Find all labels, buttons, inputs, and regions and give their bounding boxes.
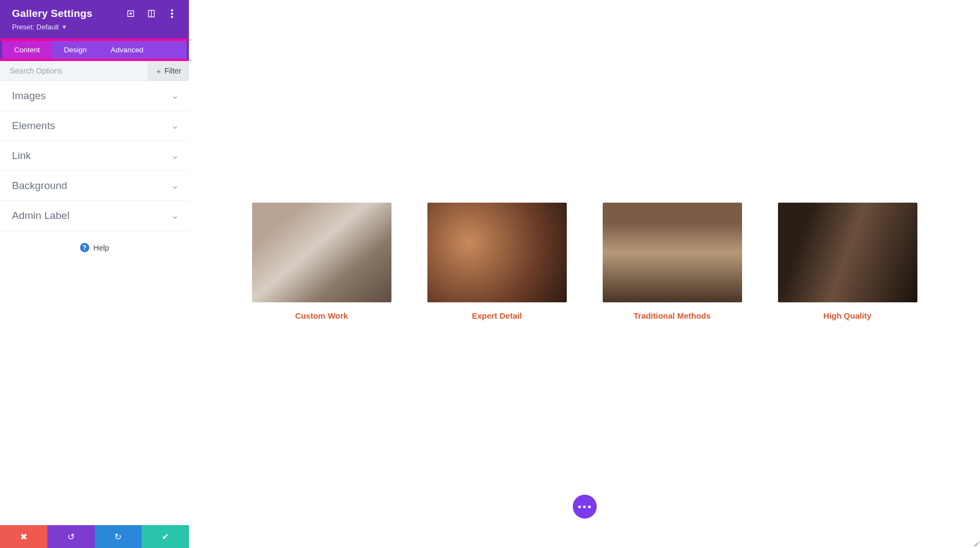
tabs-highlight-wrapper: Content Design Advanced: [0, 39, 189, 61]
section-label: Link: [12, 150, 31, 162]
gallery-image[interactable]: [427, 203, 567, 302]
preset-label: Preset: Default: [12, 23, 59, 31]
gallery-caption: Traditional Methods: [634, 311, 711, 320]
dot-icon: [588, 506, 591, 508]
preset-dropdown[interactable]: Preset: Default ▼: [12, 23, 177, 31]
help-link[interactable]: ? Help: [0, 231, 189, 264]
resize-handle-icon[interactable]: [971, 539, 979, 547]
expand-icon[interactable]: [126, 9, 136, 19]
chevron-down-icon: ⌵: [173, 121, 177, 130]
page-canvas[interactable]: Custom Work Expert Detail Traditional Me…: [189, 0, 980, 548]
redo-button[interactable]: ↻: [95, 525, 142, 548]
header-icon-group: [126, 9, 177, 19]
section-label: Images: [12, 90, 46, 102]
section-label: Background: [12, 180, 67, 192]
chevron-down-icon: ⌵: [173, 211, 177, 220]
search-filter-row: + Filter: [0, 61, 189, 81]
tab-content[interactable]: Content: [2, 41, 52, 59]
panel-title: Gallery Settings: [12, 8, 93, 20]
gallery-caption: Expert Detail: [472, 311, 522, 320]
filter-button[interactable]: + Filter: [148, 61, 189, 81]
gallery-item[interactable]: High Quality: [778, 203, 917, 320]
section-label: Elements: [12, 120, 55, 132]
svg-point-5: [171, 13, 173, 15]
svg-point-6: [171, 16, 173, 18]
gallery-caption: High Quality: [823, 311, 871, 320]
dot-icon: [578, 506, 581, 508]
gallery-image[interactable]: [252, 203, 391, 302]
section-images[interactable]: Images ⌵: [0, 81, 189, 111]
gallery-image[interactable]: [778, 203, 917, 302]
gallery-item[interactable]: Custom Work: [252, 203, 391, 320]
close-icon: ✖: [20, 532, 27, 542]
dot-icon: [583, 506, 586, 508]
filter-label: Filter: [164, 66, 181, 75]
options-accordion: Images ⌵ Elements ⌵ Link ⌵ Background ⌵ …: [0, 81, 189, 525]
section-background[interactable]: Background ⌵: [0, 171, 189, 201]
section-link[interactable]: Link ⌵: [0, 141, 189, 171]
sidebar-footer: ✖ ↺ ↻ ✔: [0, 525, 189, 548]
redo-icon: ↻: [114, 532, 121, 542]
caret-down-icon: ▼: [62, 24, 67, 30]
tab-design[interactable]: Design: [52, 41, 99, 59]
plus-icon: +: [156, 66, 161, 76]
check-icon: ✔: [162, 532, 169, 542]
gallery-item[interactable]: Expert Detail: [427, 203, 567, 320]
svg-point-1: [130, 13, 132, 15]
help-icon: ?: [80, 243, 89, 252]
responsive-icon[interactable]: [146, 9, 156, 19]
sidebar-header: Gallery Settings Preset: Default ▼: [0, 0, 189, 39]
undo-button[interactable]: ↺: [47, 525, 95, 548]
help-label: Help: [94, 243, 109, 252]
gallery-item[interactable]: Traditional Methods: [603, 203, 742, 320]
kebab-menu-icon[interactable]: [167, 9, 177, 19]
section-label: Admin Label: [12, 210, 70, 222]
svg-point-4: [171, 9, 173, 11]
gallery-caption: Custom Work: [295, 311, 348, 320]
chevron-down-icon: ⌵: [173, 151, 177, 160]
chevron-down-icon: ⌵: [173, 92, 177, 100]
settings-sidebar: Gallery Settings Preset: Default ▼ Conte…: [0, 0, 189, 548]
floating-actions-button[interactable]: [573, 495, 597, 519]
tab-advanced[interactable]: Advanced: [99, 41, 155, 59]
undo-icon: ↺: [68, 532, 75, 542]
settings-tabs: Content Design Advanced: [2, 41, 187, 59]
gallery-image[interactable]: [603, 203, 742, 302]
section-elements[interactable]: Elements ⌵: [0, 111, 189, 141]
chevron-down-icon: ⌵: [173, 181, 177, 190]
header-top-row: Gallery Settings: [12, 8, 177, 20]
section-admin-label[interactable]: Admin Label ⌵: [0, 201, 189, 231]
gallery-module[interactable]: Custom Work Expert Detail Traditional Me…: [225, 203, 944, 320]
search-input[interactable]: [0, 61, 148, 81]
cancel-button[interactable]: ✖: [0, 525, 47, 548]
save-button[interactable]: ✔: [142, 525, 189, 548]
